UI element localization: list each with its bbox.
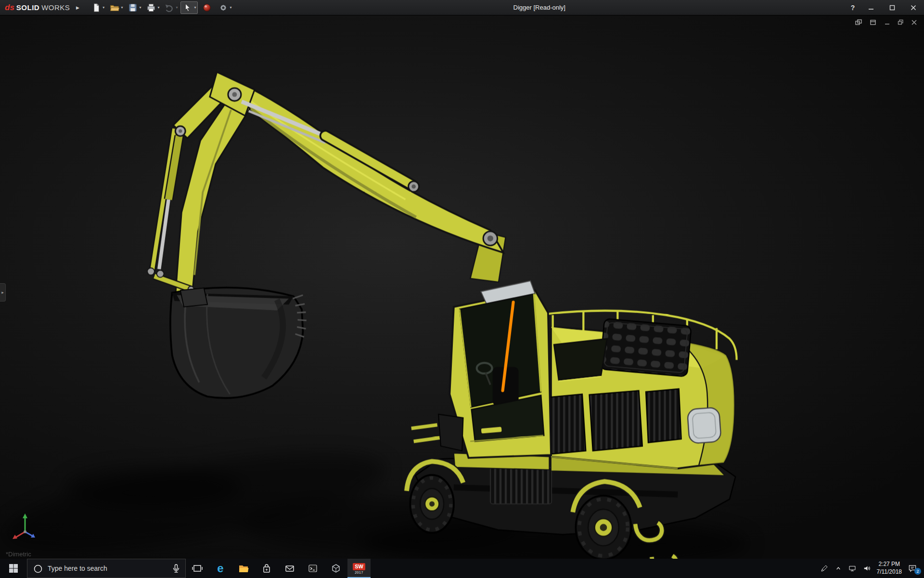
open-button[interactable]: ▾: [107, 1, 125, 14]
dropdown-caret: ▾: [157, 5, 159, 10]
hidden-icons-chevron[interactable]: [834, 565, 842, 572]
save-button[interactable]: ▾: [126, 1, 143, 14]
help-button[interactable]: ?: [845, 0, 860, 15]
print-button[interactable]: ▾: [144, 1, 161, 14]
task-view-button[interactable]: [186, 559, 209, 578]
undo-icon: [164, 2, 175, 13]
edge-icon: e: [217, 563, 223, 574]
mirror: [481, 426, 502, 434]
options-gear-icon: [218, 2, 229, 13]
store-button[interactable]: [255, 559, 278, 578]
side-grille: [589, 391, 642, 451]
action-center-button[interactable]: 2: [908, 564, 919, 573]
window-controls: ?: [845, 0, 924, 15]
quick-access-toolbar: ▾ ▾ ▾: [82, 1, 233, 14]
command-prompt-icon: [307, 563, 319, 574]
new-document-button[interactable]: ▾: [89, 1, 106, 14]
taskbar-spacer: [371, 559, 817, 578]
file-explorer-button[interactable]: [232, 559, 255, 578]
select-tool-button[interactable]: ▾: [180, 1, 198, 14]
dropdown-caret: ▾: [121, 5, 123, 10]
dropdown-caret: ▾: [139, 5, 141, 10]
appearance-sphere-icon: [202, 2, 212, 13]
taskbar-apps: e: [186, 559, 371, 578]
select-cursor-icon: [182, 2, 193, 13]
appearance-button[interactable]: [199, 1, 215, 14]
edge-button[interactable]: e: [209, 559, 232, 578]
brand-works: WORKS: [41, 3, 70, 12]
print-icon: [146, 2, 156, 13]
boom: [228, 79, 503, 252]
solidworks-2017-button[interactable]: SW 2017: [347, 559, 371, 578]
taskbar-search[interactable]: [27, 559, 186, 578]
graphics-viewport[interactable]: ▸ *Dimetric: [0, 15, 924, 559]
ds-logo-icon: ds: [5, 3, 14, 13]
mail-button[interactable]: [278, 559, 301, 578]
taskbar-clock[interactable]: 2:27 PM 7/11/2018: [877, 561, 902, 576]
view-orientation-label: *Dimetric: [6, 551, 31, 558]
doc-close-button[interactable]: [911, 19, 917, 26]
maximize-icon: [889, 5, 895, 11]
file-explorer-icon: [238, 563, 249, 574]
cab: [449, 281, 551, 458]
doc-cascade-button[interactable]: [855, 19, 862, 26]
search-input[interactable]: [27, 559, 185, 578]
menu-expand-arrow[interactable]: ▶: [73, 2, 82, 13]
options-button[interactable]: ▾: [216, 1, 233, 14]
boom-cylinder: [242, 102, 412, 185]
windows-logo-icon: [9, 564, 18, 573]
volume-icon[interactable]: [862, 564, 871, 573]
document-window-controls: [855, 19, 917, 26]
dropdown-caret: ▾: [230, 5, 231, 10]
sw-icon-text: SW: [353, 563, 365, 570]
engine-housing: [531, 311, 736, 469]
system-tray: 2:27 PM 7/11/2018 2: [817, 559, 924, 578]
title-bar: ds SOLID WORKS ▶ ▾ ▾: [0, 0, 924, 15]
mail-icon: [284, 563, 295, 574]
close-icon: [911, 5, 916, 11]
windows-ink-icon[interactable]: [820, 564, 829, 573]
dropdown-caret: ▾: [194, 5, 196, 10]
cube-icon: [330, 563, 342, 574]
microphone-icon[interactable]: [172, 564, 180, 576]
new-document-icon: [91, 2, 102, 13]
brand-solid: SOLID: [16, 3, 39, 12]
bucket: [170, 288, 307, 398]
dropdown-caret: ▾: [103, 5, 104, 10]
notification-badge: 2: [914, 568, 921, 575]
open-folder-icon: [109, 2, 120, 13]
solidworks-app-icon: SW 2017: [353, 563, 365, 574]
engine-grille: [600, 318, 692, 377]
cortana-icon: [33, 564, 43, 576]
panel-flyout-arrow[interactable]: ▸: [0, 283, 6, 302]
start-button[interactable]: [0, 559, 27, 578]
reference-triad: [11, 510, 41, 542]
minimize-icon: [868, 5, 874, 11]
solidworks-logo: ds SOLID WORKS: [0, 3, 73, 13]
3d-builder-button[interactable]: [324, 559, 347, 578]
sw-icon-year: 2017: [355, 571, 363, 574]
undo-button[interactable]: ▾: [162, 1, 180, 14]
side-grille: [646, 389, 681, 442]
store-icon: [261, 563, 272, 574]
maximize-button[interactable]: [882, 0, 903, 15]
command-prompt-button[interactable]: [301, 559, 324, 578]
clock-date: 7/11/2018: [877, 568, 902, 576]
dropdown-caret: ▾: [176, 5, 178, 10]
doc-tile-button[interactable]: [870, 19, 877, 26]
doc-restore-button[interactable]: [898, 19, 904, 26]
rear-panel: [687, 407, 721, 443]
solidworks-window: ds SOLID WORKS ▶ ▾ ▾: [0, 0, 924, 578]
windows-taskbar: e: [0, 559, 924, 578]
save-icon: [128, 2, 138, 13]
clock-time: 2:27 PM: [877, 561, 902, 568]
doc-minimize-button[interactable]: [884, 19, 890, 26]
network-icon[interactable]: [848, 564, 857, 573]
deck-glass: [554, 339, 607, 380]
document-title: Digger [Read-only]: [233, 4, 845, 11]
excavator-3d-model[interactable]: [0, 15, 924, 559]
close-button[interactable]: [903, 0, 924, 15]
task-view-icon: [192, 563, 203, 574]
minimize-button[interactable]: [860, 0, 882, 15]
